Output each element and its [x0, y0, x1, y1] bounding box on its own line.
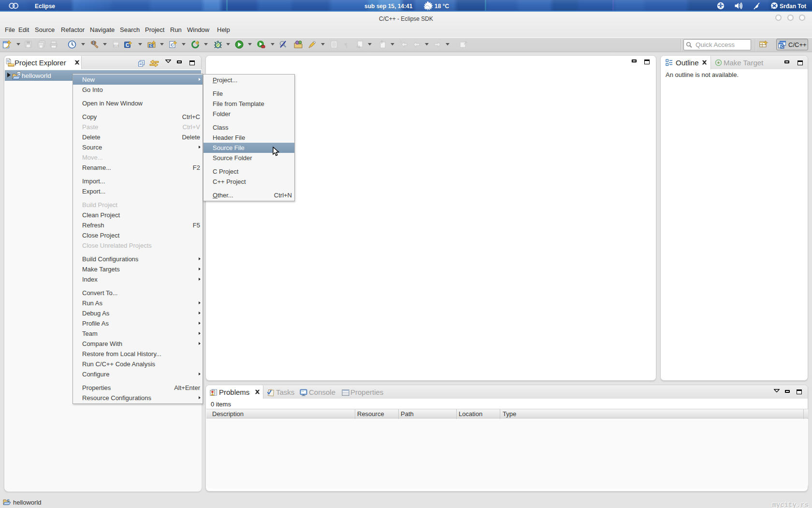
- svg-text:010: 010: [113, 45, 119, 48]
- svg-text:C: C: [781, 45, 784, 49]
- svg-text:C: C: [171, 43, 174, 47]
- svg-text:¶: ¶: [345, 41, 348, 48]
- svg-text:C: C: [150, 44, 153, 48]
- svg-text:C: C: [7, 498, 10, 503]
- svg-text:C: C: [17, 72, 20, 76]
